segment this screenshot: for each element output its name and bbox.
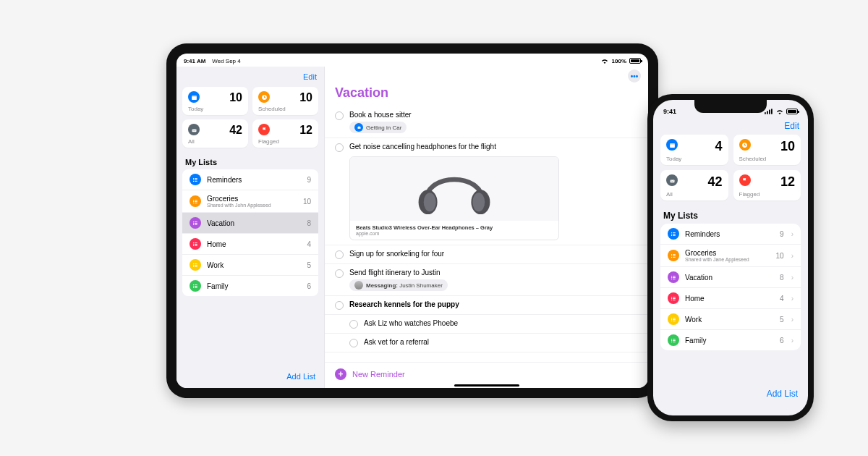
svg-point-41 [671, 256, 671, 257]
list-count: 8 [780, 274, 784, 282]
smart-label: Scheduled [739, 156, 796, 162]
list-item-family[interactable]: Family6 [182, 276, 318, 296]
list-item-work[interactable]: Work5 [182, 255, 318, 276]
svg-point-12 [192, 224, 193, 224]
smart-card-scheduled[interactable]: 10Scheduled [733, 135, 801, 165]
list-count: 9 [307, 176, 311, 184]
completion-circle[interactable] [335, 269, 344, 278]
reminder-subrow[interactable]: Ask vet for a referral [325, 334, 648, 352]
list-count: 10 [303, 198, 311, 206]
list-icon [190, 280, 201, 292]
status-date: Wed Sep 4 [212, 58, 240, 64]
svg-point-8 [192, 200, 193, 201]
cell-signal-icon [765, 109, 773, 114]
svg-point-26 [424, 193, 436, 211]
smart-label: All [666, 191, 723, 198]
smart-card-today[interactable]: 10Today [182, 87, 248, 115]
list-count: 5 [307, 261, 311, 269]
svg-point-11 [192, 222, 193, 223]
smart-label: All [188, 138, 242, 145]
headphones-image [350, 157, 558, 221]
svg-point-6 [192, 180, 193, 181]
chevron-right-icon: › [791, 295, 793, 303]
list-item-reminders[interactable]: Reminders9 [182, 169, 318, 190]
smart-label: Scheduled [258, 106, 312, 112]
list-icon [668, 334, 679, 346]
svg-point-21 [192, 287, 193, 287]
ipad-status-bar: 9:41 AM Wed Sep 4 100% [176, 54, 648, 67]
list-count: 6 [780, 337, 784, 345]
reminder-row[interactable]: Sign up for snorkeling for four [325, 245, 648, 264]
completion-circle[interactable] [335, 111, 344, 120]
smart-card-flagged[interactable]: 12Flagged [733, 170, 801, 200]
iphone-screen: 9:41 Edit 4Today10Scheduled42All12Flagge… [653, 100, 808, 415]
list-item-home[interactable]: Home4› [660, 288, 801, 309]
svg-rect-31 [771, 109, 773, 114]
more-button[interactable]: ••• [628, 69, 641, 83]
reminder-text: Sign up for snorkeling for four [349, 250, 638, 258]
add-list-button[interactable]: Add List [286, 372, 315, 381]
status-time: 9:41 AM [184, 58, 205, 64]
add-list-button[interactable]: Add List [767, 389, 798, 399]
list-item-family[interactable]: Family6› [660, 330, 801, 350]
list-name: Home [685, 295, 774, 303]
reminder-text: Ask vet for a referral [364, 338, 638, 346]
svg-point-14 [192, 243, 193, 244]
completion-circle[interactable] [349, 320, 358, 329]
reminder-subrow[interactable]: Ask Liz who watches Phoebe [325, 315, 648, 334]
status-battery-pct: 100% [612, 58, 626, 64]
svg-point-48 [671, 318, 671, 318]
list-item-vacation[interactable]: Vacation8› [660, 267, 801, 288]
smart-count: 10 [299, 91, 312, 104]
smart-card-today[interactable]: 4Today [660, 135, 728, 165]
list-item-vacation[interactable]: Vacation8 [182, 213, 318, 234]
completion-circle[interactable] [335, 301, 344, 310]
svg-point-47 [671, 299, 671, 300]
completion-circle[interactable] [349, 339, 358, 347]
svg-rect-29 [767, 111, 768, 114]
svg-point-22 [357, 128, 358, 129]
list-icon [668, 250, 679, 261]
smart-card-scheduled[interactable]: 10Scheduled [252, 87, 318, 115]
list-name: Family [685, 337, 774, 345]
smart-card-flagged[interactable]: 12Flagged [252, 119, 318, 148]
list-item-reminders[interactable]: Reminders9› [660, 224, 801, 245]
chevron-right-icon: › [791, 252, 793, 260]
reminder-text: Get noise cancelling headphones for the … [349, 143, 638, 151]
list-item-groceries[interactable]: GroceriesShared with Jane Appleseed10› [660, 245, 801, 267]
ipad-screen: 9:41 AM Wed Sep 4 100% Edit 10Today10Sch… [176, 54, 648, 388]
flag-icon [739, 174, 751, 186]
reminder-row[interactable]: Send flight itinerary to JustinMessaging… [325, 264, 648, 296]
reminder-tag: Messaging: Justin Shumaker [349, 279, 448, 291]
smart-card-all[interactable]: 42All [660, 170, 728, 200]
reminder-row[interactable]: Book a house sitterGetting in Car [325, 106, 648, 138]
reminder-row[interactable]: Research kennels for the puppy [325, 296, 648, 315]
ipad-detail-pane: ••• Vacation Book a house sitterGetting … [325, 67, 648, 388]
link-preview-card[interactable]: Beats Studio3 Wireless Over-Ear Headphon… [349, 156, 559, 240]
edit-button[interactable]: Edit [303, 72, 317, 81]
new-reminder-button[interactable]: New Reminder [352, 370, 405, 379]
list-item-work[interactable]: Work5› [660, 309, 801, 330]
my-lists-header: My Lists [653, 206, 808, 224]
smart-card-all[interactable]: 42All [182, 119, 248, 148]
chevron-right-icon: › [791, 274, 793, 282]
car-icon [354, 123, 363, 132]
list-item-groceries[interactable]: GroceriesShared with John Appleseed10 [182, 190, 318, 213]
reminder-row[interactable]: Get noise cancelling headphones for the … [325, 138, 648, 245]
smart-count: 42 [229, 124, 242, 137]
edit-button[interactable]: Edit [784, 121, 799, 131]
svg-rect-33 [670, 143, 675, 144]
svg-point-49 [671, 318, 671, 319]
smart-count: 10 [229, 91, 242, 104]
completion-circle[interactable] [335, 143, 344, 152]
list-icon [668, 313, 679, 325]
list-icon [668, 292, 679, 304]
list-item-home[interactable]: Home4 [182, 234, 318, 255]
chevron-right-icon: › [791, 316, 793, 324]
reminder-text: Ask Liz who watches Phoebe [364, 319, 638, 327]
card-title: Beats Studio3 Wireless Over-Ear Headphon… [356, 224, 553, 231]
list-icon [190, 217, 201, 229]
completion-circle[interactable] [335, 250, 344, 259]
plus-icon[interactable]: + [335, 368, 346, 380]
svg-point-39 [671, 254, 671, 255]
